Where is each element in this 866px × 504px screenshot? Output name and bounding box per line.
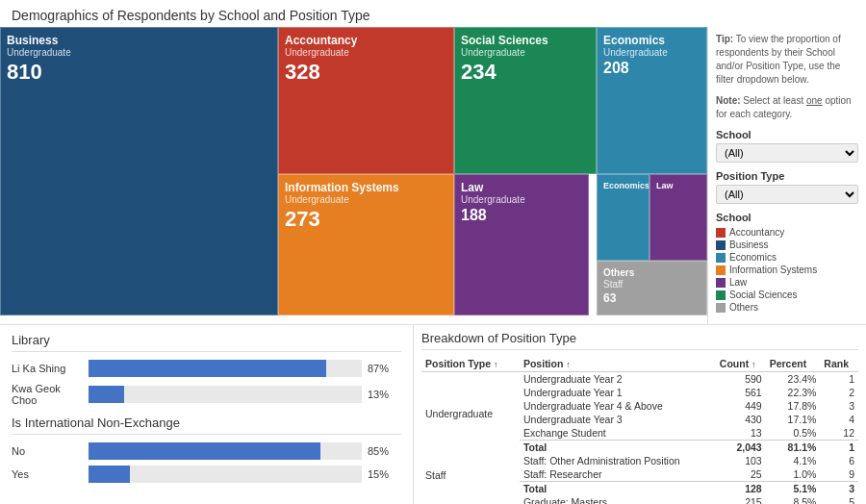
- cell-percent: 1.0%: [766, 467, 821, 482]
- cell-percent: 17.8%: [766, 399, 821, 413]
- library-bars: Li Ka Shing 87% Kwa Geok Choo 13%: [12, 360, 401, 406]
- cell-count: 215: [716, 495, 766, 504]
- cell-percent: 23.4%: [766, 372, 821, 387]
- legend-color: [716, 290, 726, 300]
- legend-label: Law: [729, 277, 747, 288]
- tm-value-social-sciences: 234: [461, 60, 590, 85]
- tm-sublabel-law-main: Undergraduate: [461, 194, 582, 205]
- position-type-select[interactable]: (All): [716, 185, 858, 204]
- school-select[interactable]: (All): [716, 143, 858, 163]
- col-header-position: Position ↑: [520, 356, 716, 372]
- tm-sublabel-info-systems: Undergraduate: [285, 194, 447, 205]
- cell-position: Undergraduate Year 2: [520, 372, 716, 387]
- treemap-block-info-systems: Information Systems Undergraduate 273: [278, 174, 454, 315]
- school-filter-label: School: [716, 129, 858, 140]
- treemap-block-accountancy: Accountancy Undergraduate 328: [278, 27, 454, 174]
- cell-count: 13: [716, 426, 766, 441]
- cell-count: 128: [716, 482, 766, 496]
- col-header-type: Position Type ↑: [421, 356, 520, 372]
- treemap-block-law-small: Law: [650, 174, 707, 261]
- cell-percent: 8.5%: [766, 495, 821, 504]
- legend-item-economics: Economics: [716, 252, 858, 263]
- treemap-area: Business Undergraduate 810 Accountancy U…: [0, 27, 707, 324]
- cell-percent: 81.1%: [766, 441, 821, 455]
- bar-track: [89, 386, 362, 403]
- legend-item-information-systems: Information Systems: [716, 265, 858, 275]
- legend-item-law: Law: [716, 277, 858, 288]
- cell-position: Staff: Other Administration Position: [520, 454, 716, 467]
- tm-sublabel-business: Undergraduate: [7, 47, 271, 58]
- tm-sublabel-social-sciences: Undergraduate: [461, 47, 590, 58]
- bar-label: No: [12, 445, 89, 457]
- tm-label-law-main: Law: [461, 181, 582, 194]
- table-row: Undergraduate Undergraduate Year 2 590 2…: [421, 372, 858, 387]
- legend-label: Others: [729, 302, 758, 313]
- cell-percent: 22.3%: [766, 386, 821, 399]
- cell-percent: 0.5%: [766, 426, 821, 441]
- tm-value-business: 810: [7, 60, 271, 85]
- chart-header: Demographics of Respondents by School an…: [0, 0, 866, 27]
- sort-icon-type[interactable]: ↑: [494, 360, 498, 369]
- bar-label: Yes: [12, 468, 89, 480]
- cell-position: Graduate: Masters: [520, 495, 716, 504]
- cell-rank: 4: [820, 413, 858, 426]
- cell-rank: 2: [820, 386, 858, 399]
- legend-color: [716, 278, 726, 288]
- international-section: Is International Non-Exchange No 85% Yes…: [12, 416, 401, 483]
- legend-color: [716, 228, 726, 238]
- note-text: Note: Select at least one option for eac…: [716, 94, 858, 121]
- col-header-rank: Rank: [820, 356, 858, 372]
- breakdown-table: Position Type ↑ Position ↑ Count ↑ Perce…: [421, 356, 858, 504]
- col-header-count: Count ↑: [716, 356, 766, 372]
- bottom-section: Library Li Ka Shing 87% Kwa Geok Choo 13…: [0, 325, 866, 504]
- cell-count: 449: [716, 399, 766, 413]
- legend-item-others: Others: [716, 302, 858, 313]
- legend-color: [716, 240, 726, 250]
- sort-icon-position[interactable]: ↑: [566, 360, 571, 369]
- table-row: Postgraduate Graduate: Masters 215 8.5% …: [421, 495, 858, 504]
- bar-pct: 87%: [368, 363, 401, 374]
- tm-label-economics-top: Economics: [603, 34, 700, 47]
- position-type-label: Position Type: [716, 170, 858, 182]
- sort-icon-count[interactable]: ↑: [751, 360, 756, 369]
- treemap-block-others: Others Staff 63: [597, 261, 707, 315]
- legend-label: Accountancy: [729, 227, 784, 238]
- cell-type: Undergraduate: [421, 372, 520, 455]
- treemap-block-business: Business Undergraduate 810: [0, 27, 278, 315]
- cell-percent: 4.1%: [766, 454, 821, 467]
- cell-rank: 1: [820, 372, 858, 387]
- international-bar-row: Yes 15%: [12, 466, 401, 483]
- cell-type: Staff: [421, 454, 520, 495]
- legend-title: School: [716, 212, 858, 223]
- tip-text: Tip: To view the proportion of responden…: [716, 33, 858, 87]
- tm-value-law-main: 188: [461, 207, 582, 224]
- bar-fill: [89, 466, 130, 483]
- note-label: Note:: [716, 95, 741, 106]
- col-header-percent: Percent: [766, 356, 821, 372]
- cell-count: 430: [716, 413, 766, 426]
- breakdown-title: Breakdown of Position Type: [421, 331, 858, 350]
- tm-label-social-sciences: Social Sciences: [461, 34, 590, 47]
- cell-count: 103: [716, 454, 766, 467]
- legend-color: [716, 253, 726, 263]
- cell-rank: 3: [820, 482, 858, 496]
- bar-track: [89, 442, 362, 460]
- breakdown-header-row: Position Type ↑ Position ↑ Count ↑ Perce…: [421, 356, 858, 372]
- bar-pct: 15%: [368, 468, 401, 480]
- legend-label: Business: [729, 239, 769, 250]
- legend-item-social-sciences: Social Sciences: [716, 290, 858, 300]
- tm-sublabel-accountancy: Undergraduate: [285, 47, 447, 58]
- international-bars: No 85% Yes 15%: [12, 442, 401, 483]
- bar-label: Li Ka Shing: [12, 363, 89, 374]
- cell-percent: 5.1%: [766, 482, 821, 496]
- treemap-block-economics-mid: Economics: [597, 174, 650, 261]
- legend-container: AccountancyBusinessEconomicsInformation …: [716, 227, 858, 313]
- international-bar-row: No 85%: [12, 442, 401, 460]
- cell-percent: 17.1%: [766, 413, 821, 426]
- legend-item-accountancy: Accountancy: [716, 227, 858, 238]
- cell-rank: 6: [820, 454, 858, 467]
- cell-count: 561: [716, 386, 766, 399]
- cell-count: 2,043: [716, 441, 766, 455]
- legend-label: Economics: [729, 252, 777, 263]
- tm-value-others: 63: [603, 291, 700, 305]
